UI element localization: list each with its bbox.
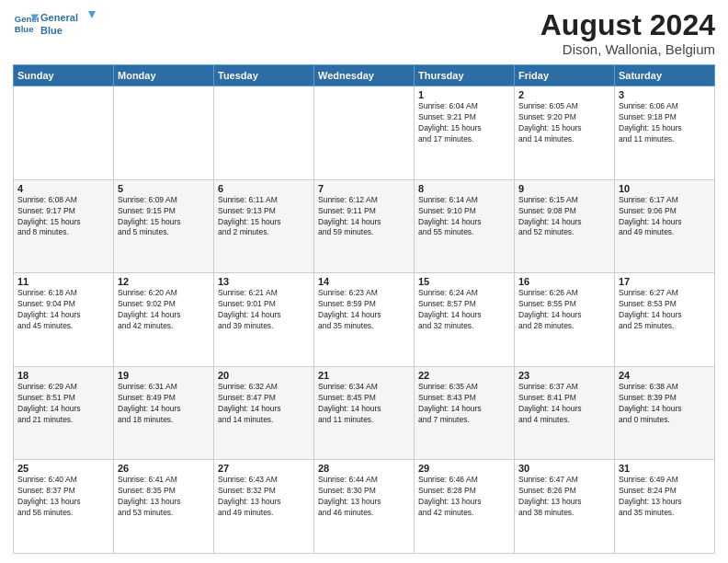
day-num-26: 26 [118, 463, 210, 474]
header-row: Sunday Monday Tuesday Wednesday Thursday… [14, 65, 715, 86]
cell-w0-d2 [214, 86, 314, 180]
cell-w2-d0: 11Sunrise: 6:18 AM Sunset: 9:04 PM Dayli… [14, 273, 114, 367]
day-num-13: 13 [218, 276, 310, 287]
day-num-14: 14 [318, 276, 410, 287]
day-num-17: 17 [619, 276, 711, 287]
calendar-body: 1Sunrise: 6:04 AM Sunset: 9:21 PM Daylig… [14, 86, 715, 554]
day-num-4: 4 [17, 183, 109, 194]
day-info-10: Sunrise: 6:17 AM Sunset: 9:06 PM Dayligh… [619, 195, 711, 239]
day-info-14: Sunrise: 6:23 AM Sunset: 8:59 PM Dayligh… [318, 288, 410, 332]
header: General Blue General Blue August 2024 Di… [13, 9, 715, 57]
cell-w0-d5: 2Sunrise: 6:05 AM Sunset: 9:20 PM Daylig… [515, 86, 615, 180]
day-info-1: Sunrise: 6:04 AM Sunset: 9:21 PM Dayligh… [418, 101, 510, 145]
cell-w4-d1: 26Sunrise: 6:41 AM Sunset: 8:35 PM Dayli… [114, 460, 214, 554]
cell-w1-d6: 10Sunrise: 6:17 AM Sunset: 9:06 PM Dayli… [615, 179, 715, 273]
week-row-1: 4Sunrise: 6:08 AM Sunset: 9:17 PM Daylig… [14, 179, 715, 273]
cell-w1-d3: 7Sunrise: 6:12 AM Sunset: 9:11 PM Daylig… [314, 179, 415, 273]
cell-w2-d5: 16Sunrise: 6:26 AM Sunset: 8:55 PM Dayli… [515, 273, 615, 367]
logo-svg: General Blue [40, 9, 96, 39]
day-info-24: Sunrise: 6:38 AM Sunset: 8:39 PM Dayligh… [619, 382, 711, 426]
day-info-20: Sunrise: 6:32 AM Sunset: 8:47 PM Dayligh… [218, 382, 310, 426]
svg-text:Blue: Blue [15, 24, 34, 34]
logo-icon: General Blue [13, 11, 39, 37]
day-info-22: Sunrise: 6:35 AM Sunset: 8:43 PM Dayligh… [418, 382, 510, 426]
day-num-6: 6 [218, 183, 310, 194]
day-num-20: 20 [218, 370, 310, 381]
day-info-26: Sunrise: 6:41 AM Sunset: 8:35 PM Dayligh… [118, 475, 210, 519]
day-info-16: Sunrise: 6:26 AM Sunset: 8:55 PM Dayligh… [518, 288, 610, 332]
day-num-3: 3 [619, 89, 711, 100]
day-num-21: 21 [318, 370, 410, 381]
week-row-4: 25Sunrise: 6:40 AM Sunset: 8:37 PM Dayli… [14, 460, 715, 554]
cell-w1-d1: 5Sunrise: 6:09 AM Sunset: 9:15 PM Daylig… [114, 179, 214, 273]
day-num-15: 15 [418, 276, 510, 287]
day-num-25: 25 [17, 463, 109, 474]
col-wednesday: Wednesday [314, 65, 415, 86]
day-info-18: Sunrise: 6:29 AM Sunset: 8:51 PM Dayligh… [17, 382, 109, 426]
day-info-31: Sunrise: 6:49 AM Sunset: 8:24 PM Dayligh… [619, 475, 711, 519]
day-info-2: Sunrise: 6:05 AM Sunset: 9:20 PM Dayligh… [518, 101, 610, 145]
day-num-24: 24 [619, 370, 711, 381]
col-thursday: Thursday [415, 65, 515, 86]
cell-w2-d2: 13Sunrise: 6:21 AM Sunset: 9:01 PM Dayli… [214, 273, 314, 367]
cell-w4-d6: 31Sunrise: 6:49 AM Sunset: 8:24 PM Dayli… [615, 460, 715, 554]
logo: General Blue General Blue [13, 9, 96, 39]
day-info-17: Sunrise: 6:27 AM Sunset: 8:53 PM Dayligh… [619, 288, 711, 332]
day-num-29: 29 [418, 463, 510, 474]
calendar-header: Sunday Monday Tuesday Wednesday Thursday… [14, 65, 715, 86]
cell-w4-d0: 25Sunrise: 6:40 AM Sunset: 8:37 PM Dayli… [14, 460, 114, 554]
cell-w4-d2: 27Sunrise: 6:43 AM Sunset: 8:32 PM Dayli… [214, 460, 314, 554]
col-sunday: Sunday [14, 65, 114, 86]
day-info-6: Sunrise: 6:11 AM Sunset: 9:13 PM Dayligh… [218, 195, 310, 239]
day-info-7: Sunrise: 6:12 AM Sunset: 9:11 PM Dayligh… [318, 195, 410, 239]
day-info-4: Sunrise: 6:08 AM Sunset: 9:17 PM Dayligh… [17, 195, 109, 239]
day-num-16: 16 [518, 276, 610, 287]
day-info-30: Sunrise: 6:47 AM Sunset: 8:26 PM Dayligh… [518, 475, 610, 519]
cell-w3-d2: 20Sunrise: 6:32 AM Sunset: 8:47 PM Dayli… [214, 366, 314, 460]
cell-w0-d4: 1Sunrise: 6:04 AM Sunset: 9:21 PM Daylig… [415, 86, 515, 180]
day-num-12: 12 [118, 276, 210, 287]
logo-line2: Blue [40, 25, 63, 36]
day-num-18: 18 [17, 370, 109, 381]
cell-w2-d3: 14Sunrise: 6:23 AM Sunset: 8:59 PM Dayli… [314, 273, 415, 367]
calendar-subtitle: Dison, Wallonia, Belgium [540, 41, 715, 57]
col-tuesday: Tuesday [214, 65, 314, 86]
cell-w0-d3 [314, 86, 415, 180]
week-row-2: 11Sunrise: 6:18 AM Sunset: 9:04 PM Dayli… [14, 273, 715, 367]
day-num-31: 31 [619, 463, 711, 474]
day-num-5: 5 [118, 183, 210, 194]
cell-w4-d4: 29Sunrise: 6:46 AM Sunset: 8:28 PM Dayli… [415, 460, 515, 554]
day-info-13: Sunrise: 6:21 AM Sunset: 9:01 PM Dayligh… [218, 288, 310, 332]
day-num-9: 9 [518, 183, 610, 194]
day-num-28: 28 [318, 463, 410, 474]
cell-w3-d3: 21Sunrise: 6:34 AM Sunset: 8:45 PM Dayli… [314, 366, 415, 460]
cell-w2-d4: 15Sunrise: 6:24 AM Sunset: 8:57 PM Dayli… [415, 273, 515, 367]
day-num-10: 10 [619, 183, 711, 194]
calendar-title: August 2024 [540, 9, 715, 41]
day-info-29: Sunrise: 6:46 AM Sunset: 8:28 PM Dayligh… [418, 475, 510, 519]
day-info-15: Sunrise: 6:24 AM Sunset: 8:57 PM Dayligh… [418, 288, 510, 332]
day-num-22: 22 [418, 370, 510, 381]
cell-w3-d5: 23Sunrise: 6:37 AM Sunset: 8:41 PM Dayli… [515, 366, 615, 460]
col-friday: Friday [515, 65, 615, 86]
svg-marker-3 [88, 11, 96, 18]
cell-w0-d0 [14, 86, 114, 180]
day-info-25: Sunrise: 6:40 AM Sunset: 8:37 PM Dayligh… [17, 475, 109, 519]
day-info-19: Sunrise: 6:31 AM Sunset: 8:49 PM Dayligh… [118, 382, 210, 426]
day-info-11: Sunrise: 6:18 AM Sunset: 9:04 PM Dayligh… [17, 288, 109, 332]
day-info-28: Sunrise: 6:44 AM Sunset: 8:30 PM Dayligh… [318, 475, 410, 519]
cell-w4-d5: 30Sunrise: 6:47 AM Sunset: 8:26 PM Dayli… [515, 460, 615, 554]
week-row-3: 18Sunrise: 6:29 AM Sunset: 8:51 PM Dayli… [14, 366, 715, 460]
cell-w3-d4: 22Sunrise: 6:35 AM Sunset: 8:43 PM Dayli… [415, 366, 515, 460]
day-num-19: 19 [118, 370, 210, 381]
day-info-3: Sunrise: 6:06 AM Sunset: 9:18 PM Dayligh… [619, 101, 711, 145]
day-info-8: Sunrise: 6:14 AM Sunset: 9:10 PM Dayligh… [418, 195, 510, 239]
day-info-12: Sunrise: 6:20 AM Sunset: 9:02 PM Dayligh… [118, 288, 210, 332]
day-num-30: 30 [518, 463, 610, 474]
cell-w2-d1: 12Sunrise: 6:20 AM Sunset: 9:02 PM Dayli… [114, 273, 214, 367]
day-num-8: 8 [418, 183, 510, 194]
col-monday: Monday [114, 65, 214, 86]
day-num-2: 2 [518, 89, 610, 100]
day-info-5: Sunrise: 6:09 AM Sunset: 9:15 PM Dayligh… [118, 195, 210, 239]
week-row-0: 1Sunrise: 6:04 AM Sunset: 9:21 PM Daylig… [14, 86, 715, 180]
